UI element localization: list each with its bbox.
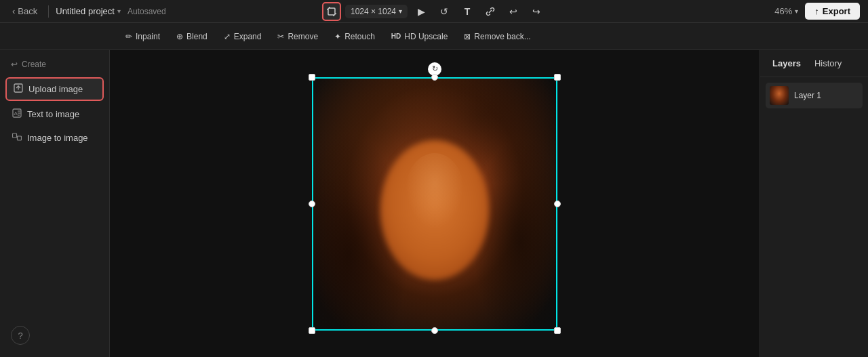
redo-button[interactable]: ↪ [527, 2, 546, 21]
handle-top-left[interactable] [309, 74, 315, 81]
canvas-area[interactable]: ↻ [110, 50, 760, 357]
undo-icon: ↩ [509, 6, 517, 17]
export-button[interactable]: ↑ Export [805, 3, 860, 20]
export-arrow-icon: ↑ [814, 6, 819, 16]
remove-bg-label: Remove back... [474, 32, 530, 41]
header-divider [48, 5, 49, 18]
upload-label: Upload image [28, 84, 83, 94]
redo-icon: ↪ [532, 6, 540, 17]
right-sidebar: Layers History Layer 1 [760, 50, 868, 357]
help-icon: ? [18, 331, 22, 341]
left-sidebar: ↩ Create Upload image A [0, 50, 110, 357]
link-icon [486, 7, 495, 16]
handle-bottom-mid[interactable] [431, 327, 438, 334]
canvas-wrapper[interactable]: ↻ [312, 77, 557, 331]
hd-upscale-button[interactable]: HD HD Upscale [384, 29, 454, 44]
secondary-toolbar: ✏ Inpaint ⊕ Blend ⤢ Expand ✂ Remove ✦ Re… [0, 23, 868, 50]
remove-background-button[interactable]: ⊠ Remove back... [457, 29, 537, 44]
text-icon: T [465, 6, 471, 17]
main-area: ↩ Create Upload image A [0, 50, 868, 357]
blend-button[interactable]: ⊕ Blend [170, 29, 214, 44]
crop-icon [326, 6, 337, 17]
canvas-size-chevron: ▾ [399, 7, 402, 15]
layer-item[interactable]: Layer 1 [766, 83, 863, 108]
top-bar: ‹ Back Untitled project ▾ Autosaved 1024… [0, 0, 868, 23]
sidebar-item-image-to-image[interactable]: Image to image [5, 127, 104, 148]
sidebar-item-upload[interactable]: Upload image [5, 77, 104, 101]
play-button[interactable]: ▶ [412, 2, 431, 21]
text-tool-button[interactable]: T [458, 2, 477, 21]
history-tab-label: History [814, 58, 842, 68]
remove-label: Remove [288, 32, 318, 41]
handle-mid-right[interactable] [554, 201, 561, 207]
crop-tool-button[interactable] [322, 2, 341, 21]
canvas-size-button[interactable]: 1024 × 1024 ▾ [345, 5, 408, 18]
image-to-image-icon [12, 132, 22, 144]
upload-icon [14, 83, 23, 95]
image-to-image-label: Image to image [27, 133, 88, 143]
sidebar-item-text-to-image[interactable]: A Text to image [5, 104, 104, 125]
remove-icon: ✂ [277, 32, 284, 41]
expand-button[interactable]: ⤢ Expand [217, 29, 269, 44]
export-label: Export [823, 6, 850, 16]
toolbar-center: 1024 × 1024 ▾ ▶ ↺ T ↩ ↪ [322, 2, 546, 21]
retouch-button[interactable]: ✦ Retouch [328, 29, 382, 44]
blend-label: Blend [186, 32, 208, 41]
project-chevron-icon: ▾ [117, 7, 121, 15]
svg-line-14 [17, 135, 18, 138]
layers-tab-label: Layers [772, 58, 801, 68]
back-button[interactable]: ‹ Back [8, 4, 41, 18]
create-arrow-icon: ↩ [11, 60, 18, 69]
inpaint-label: Inpaint [136, 32, 160, 41]
svg-rect-0 [328, 8, 335, 15]
zoom-level: 46% [774, 6, 792, 16]
svg-rect-13 [18, 136, 22, 140]
tab-history[interactable]: History [809, 56, 847, 71]
undo-button[interactable]: ↩ [504, 2, 523, 21]
expand-label: Expand [234, 32, 262, 41]
portrait-background [312, 77, 557, 331]
hd-icon: HD [391, 33, 401, 40]
portrait-highlight [406, 153, 465, 229]
back-arrow-icon: ‹ [12, 6, 15, 16]
text-to-image-label: Text to image [27, 109, 79, 119]
handle-top-right[interactable] [554, 74, 561, 81]
remove-button[interactable]: ✂ Remove [271, 29, 325, 44]
svg-text:A: A [14, 110, 18, 117]
retouch-icon: ✦ [334, 32, 341, 41]
handle-bottom-left[interactable] [309, 327, 315, 334]
back-label: Back [18, 6, 37, 16]
inpaint-icon: ✏ [125, 32, 132, 41]
project-title: Untitled project [56, 6, 115, 16]
text-to-image-icon: A [12, 108, 22, 120]
rotate-button[interactable]: ↺ [435, 2, 454, 21]
help-button[interactable]: ? [11, 326, 30, 345]
handle-mid-left[interactable] [309, 201, 315, 207]
handle-top-mid[interactable] [431, 74, 438, 81]
expand-icon: ⤢ [224, 32, 231, 41]
svg-rect-12 [13, 133, 17, 138]
top-bar-left: ‹ Back Untitled project ▾ Autosaved [8, 4, 166, 18]
sidebar-create-title: ↩ Create [5, 57, 104, 75]
canvas-size-label: 1024 × 1024 [351, 7, 396, 16]
link-tool-button[interactable] [481, 2, 500, 21]
project-name[interactable]: Untitled project ▾ [56, 6, 121, 16]
hd-upscale-label: HD Upscale [404, 32, 448, 41]
inpaint-button[interactable]: ✏ Inpaint [119, 29, 167, 44]
tab-layers[interactable]: Layers [767, 56, 806, 71]
rotate-icon: ↺ [440, 6, 448, 17]
rotate-handle-icon: ↻ [432, 64, 438, 73]
canvas-image [312, 77, 557, 331]
layer-thumbnail-image [770, 86, 789, 105]
right-sidebar-header: Layers History [760, 50, 868, 77]
zoom-button[interactable]: 46% ▾ [774, 6, 798, 16]
layer-thumbnail [770, 86, 789, 105]
retouch-label: Retouch [344, 32, 375, 41]
handle-bottom-right[interactable] [554, 327, 561, 334]
autosaved-status: Autosaved [127, 7, 166, 16]
remove-bg-icon: ⊠ [464, 32, 471, 41]
layer-name: Layer 1 [794, 91, 821, 100]
play-icon: ▶ [418, 6, 425, 17]
right-sidebar-content: Layer 1 [760, 77, 868, 114]
create-label: Create [22, 60, 46, 69]
